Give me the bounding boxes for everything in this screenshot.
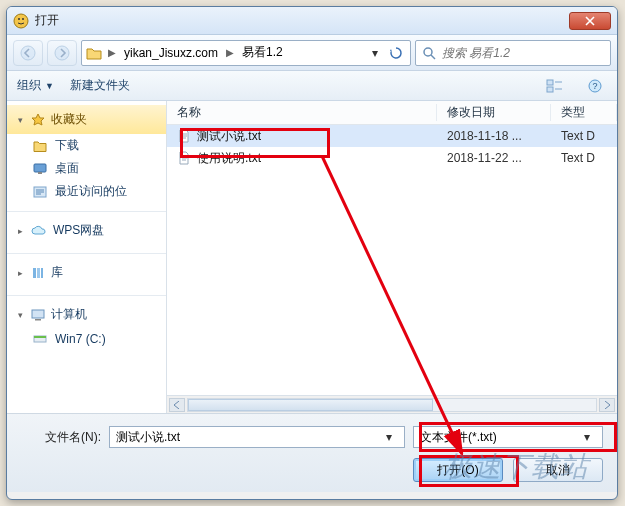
scroll-left-button[interactable]: [169, 398, 185, 412]
svg-rect-11: [38, 172, 42, 174]
path-dropdown[interactable]: ▾: [366, 46, 384, 60]
file-list: 名称 修改日期 类型 测试小说.txt 2018-11-18 ... Text …: [167, 101, 617, 413]
sidebar-wps-header[interactable]: ▸ WPS网盘: [7, 216, 166, 245]
libraries-icon: [31, 266, 45, 280]
view-mode-button[interactable]: [543, 75, 567, 97]
svg-rect-10: [34, 164, 46, 172]
file-type-filter[interactable]: 文本文件(*.txt) ▾: [413, 426, 603, 448]
cancel-button[interactable]: 取消: [513, 458, 603, 482]
search-box[interactable]: [415, 40, 611, 66]
svg-point-2: [22, 18, 24, 20]
sidebar: ▾ 收藏夹 下载 桌面 最近访问的位 ▸: [7, 101, 167, 413]
file-row[interactable]: 测试小说.txt 2018-11-18 ... Text D: [167, 125, 617, 147]
open-file-dialog: 打开 ▶ yikan_Jisuxz.com ▶ 易看1.2 ▾: [6, 6, 618, 500]
toolbar: 组织▼ 新建文件夹 ?: [7, 71, 617, 101]
svg-rect-17: [35, 319, 41, 321]
sidebar-item-downloads[interactable]: 下载: [7, 134, 166, 157]
app-icon: [13, 13, 29, 29]
sidebar-libraries-header[interactable]: ▸ 库: [7, 258, 166, 287]
col-name[interactable]: 名称: [167, 104, 437, 121]
svg-point-0: [14, 14, 28, 28]
cloud-icon: [31, 225, 47, 237]
drive-icon: [33, 333, 47, 345]
svg-point-1: [18, 18, 20, 20]
sidebar-item-desktop[interactable]: 桌面: [7, 157, 166, 180]
file-rows: 测试小说.txt 2018-11-18 ... Text D 使用说明.txt …: [167, 125, 617, 395]
address-bar: ▶ yikan_Jisuxz.com ▶ 易看1.2 ▾: [7, 35, 617, 71]
chevron-right-icon: ▶: [108, 47, 116, 58]
chevron-right-icon: ▸: [15, 268, 25, 278]
open-button[interactable]: 打开(O): [413, 458, 503, 482]
svg-rect-6: [547, 80, 553, 85]
filter-dropdown[interactable]: ▾: [578, 430, 596, 444]
filename-label: 文件名(N):: [21, 429, 101, 446]
chevron-right-icon: ▶: [226, 47, 234, 58]
sidebar-item-recent[interactable]: 最近访问的位: [7, 180, 166, 203]
titlebar: 打开: [7, 7, 617, 35]
filename-input[interactable]: 测试小说.txt ▾: [109, 426, 405, 448]
svg-text:?: ?: [592, 81, 597, 91]
scroll-track[interactable]: [187, 398, 597, 412]
scroll-right-button[interactable]: [599, 398, 615, 412]
refresh-button[interactable]: [386, 46, 406, 60]
search-icon: [422, 46, 436, 60]
svg-rect-7: [547, 87, 553, 92]
search-input[interactable]: [442, 46, 604, 60]
column-headers: 名称 修改日期 类型: [167, 101, 617, 125]
horizontal-scrollbar[interactable]: [167, 395, 617, 413]
chevron-down-icon: ▾: [15, 115, 25, 125]
back-button[interactable]: [13, 40, 43, 66]
footer: 文件名(N): 测试小说.txt ▾ 文本文件(*.txt) ▾ 打开(O) 取…: [7, 413, 617, 492]
col-date[interactable]: 修改日期: [437, 104, 551, 121]
svg-point-5: [424, 48, 432, 56]
file-row[interactable]: 使用说明.txt 2018-11-22 ... Text D: [167, 147, 617, 169]
svg-rect-19: [34, 336, 46, 338]
filename-dropdown[interactable]: ▾: [380, 430, 398, 444]
sidebar-favorites-header[interactable]: ▾ 收藏夹: [7, 105, 166, 134]
main-area: ▾ 收藏夹 下载 桌面 最近访问的位 ▸: [7, 101, 617, 413]
path-box[interactable]: ▶ yikan_Jisuxz.com ▶ 易看1.2 ▾: [81, 40, 411, 66]
star-icon: [31, 113, 45, 127]
text-file-icon: [177, 151, 191, 165]
chevron-down-icon: ▾: [15, 310, 25, 320]
recent-icon: [33, 186, 47, 198]
chevron-right-icon: ▸: [15, 226, 25, 236]
col-type[interactable]: 类型: [551, 104, 617, 121]
svg-point-3: [21, 46, 35, 60]
svg-point-4: [55, 46, 69, 60]
text-file-icon: [177, 129, 191, 143]
scroll-thumb[interactable]: [188, 399, 433, 411]
forward-button[interactable]: [47, 40, 77, 66]
close-button[interactable]: [569, 12, 611, 30]
new-folder-button[interactable]: 新建文件夹: [70, 77, 130, 94]
sidebar-computer-header[interactable]: ▾ 计算机: [7, 300, 166, 329]
path-segment-2[interactable]: 易看1.2: [240, 44, 285, 61]
svg-rect-13: [33, 268, 36, 278]
window-title: 打开: [35, 12, 569, 29]
help-button[interactable]: ?: [583, 75, 607, 97]
svg-rect-14: [37, 268, 40, 278]
folder-icon: [33, 140, 47, 152]
desktop-icon: [33, 163, 47, 175]
svg-rect-16: [32, 310, 44, 318]
svg-rect-15: [41, 268, 43, 278]
computer-icon: [31, 309, 45, 321]
folder-icon: [86, 46, 102, 60]
organize-menu[interactable]: 组织▼: [17, 77, 54, 94]
sidebar-item-win7[interactable]: Win7 (C:): [7, 329, 166, 349]
path-segment-1[interactable]: yikan_Jisuxz.com: [122, 46, 220, 60]
